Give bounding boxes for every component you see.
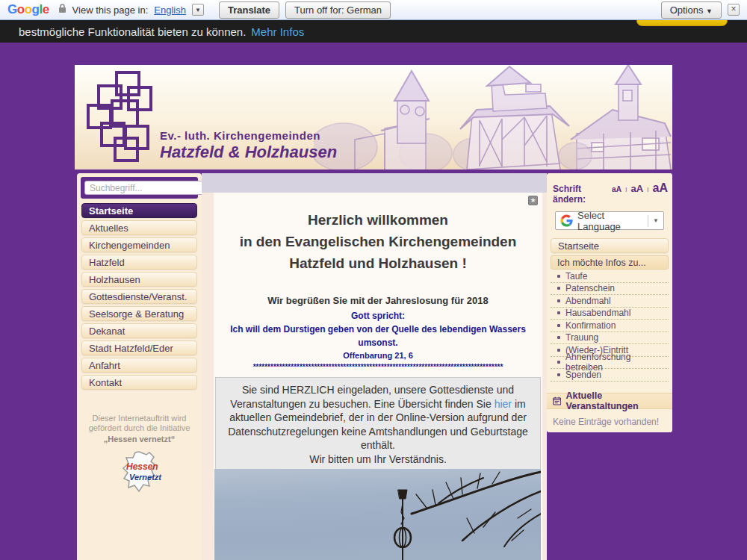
font-size-medium[interactable]: aA: [630, 183, 643, 194]
nav-item-aktuelles[interactable]: Aktuelles: [81, 220, 197, 235]
content-area: ★ Herzlich willkommen in den Evangelisch…: [202, 193, 547, 560]
bullet-icon: [557, 349, 560, 352]
info-item-ahnenforschung[interactable]: Ahnenforschung betreiben: [551, 357, 669, 370]
info-item-konfirmation[interactable]: Konfirmation: [551, 320, 669, 332]
calendar-icon: [553, 396, 561, 405]
page-title: Herzlich willkommen in den Evangelischen…: [214, 209, 542, 274]
nav-item-anfahrt[interactable]: Anfahrt: [81, 358, 197, 373]
invitation-notice: Sie sind HERZLICH eingeladen, unsere Got…: [215, 377, 541, 472]
bullet-icon: [557, 299, 560, 302]
right-navigation: Startseite Ich möchte Infos zu... Taufe …: [547, 238, 672, 382]
language-dropdown-button[interactable]: ▼: [192, 4, 204, 16]
bookmark-star-icon[interactable]: ★: [528, 196, 538, 205]
nav-item-startseite[interactable]: Startseite: [81, 203, 197, 218]
content-card: ★ Herzlich willkommen in den Evangelisch…: [214, 193, 542, 560]
site-title: Ev.- luth. Kirchengemeinden Hatzfeld & H…: [160, 129, 337, 162]
intro-line: Wir begrüßen Sie mit der Jahreslosung fü…: [214, 295, 542, 306]
select-language-dropdown[interactable]: Select Language ▼: [555, 211, 664, 230]
nav-item-holzhausen[interactable]: Holzhausen: [81, 272, 197, 287]
translate-button[interactable]: Translate: [219, 1, 279, 19]
parish-cross-logo: [87, 71, 169, 162]
bullet-icon: [557, 311, 560, 314]
hier-link[interactable]: hier: [495, 398, 512, 410]
verse-reference: Offenbarung 21, 6: [214, 351, 542, 360]
sponsor-note: Dieser Internetauftritt wird gefördert d…: [77, 414, 202, 496]
nav-item-seelsorge[interactable]: Seelsorge & Beratung: [81, 306, 197, 321]
bullet-icon: [557, 336, 560, 339]
branches-illustration: [214, 469, 541, 560]
infos-header[interactable]: Ich möchte Infos zu...: [551, 255, 669, 270]
hessen-vernetzt-logo[interactable]: Hessen Vernetzt: [117, 450, 163, 494]
font-size-large[interactable]: aA: [653, 181, 668, 195]
site-title-line2: Hatzfeld & Holzhausen: [160, 143, 337, 162]
churches-illustration: [314, 65, 672, 169]
options-button[interactable]: Options ▼: [661, 1, 722, 19]
nav-item-dekanat[interactable]: Dekanat: [81, 323, 197, 338]
view-page-label: View this page in:: [72, 4, 149, 16]
google-g-icon: [560, 214, 573, 227]
nav-item-kirchengemeinden[interactable]: Kirchengemeinden: [81, 237, 197, 252]
left-sidebar: Startseite Aktuelles Kirchengemeinden Ha…: [77, 173, 202, 560]
font-size-switcher: Schrift ändern: aA I aA I aA: [547, 173, 672, 205]
chevron-down-icon: ▼: [706, 7, 713, 15]
right-nav-startseite[interactable]: Startseite: [551, 238, 669, 253]
cookie-notice-text: bestmögliche Funktionalität bieten zu kö…: [19, 25, 246, 38]
content-top-strip: [202, 173, 547, 193]
site-header: Ev.- luth. Kirchengemeinden Hatzfeld & H…: [75, 65, 672, 169]
stars-divider: ****************************************…: [214, 363, 542, 371]
font-size-small[interactable]: aA: [612, 185, 622, 193]
right-sidebar: Schrift ändern: aA I aA I aA Select Lang…: [547, 173, 672, 432]
info-item-taufe[interactable]: Taufe: [551, 270, 669, 283]
verse-text: Gott spricht: Ich will dem Durstigen geb…: [214, 309, 542, 349]
cookie-more-info-link[interactable]: Mehr Infos: [251, 25, 304, 38]
bullet-icon: [557, 324, 560, 327]
events-header: Aktuelle Veranstaltungen: [547, 393, 672, 409]
bullet-icon: [557, 373, 560, 376]
chevron-down-icon: ▼: [653, 217, 659, 224]
nav-item-gottesdienste[interactable]: Gottesdienste/Veranst.: [81, 289, 197, 304]
close-translate-bar-icon[interactable]: ×: [728, 4, 740, 16]
site-title-line1: Ev.- luth. Kirchengemeinden: [160, 129, 337, 142]
sky-photo: [214, 469, 541, 560]
events-empty-text: Keine Einträge vorhanden!: [553, 417, 666, 427]
lock-icon: [58, 3, 66, 16]
hessen-logo-word2: Vernetzt: [129, 473, 162, 482]
info-item-abendmahl[interactable]: Abendmahl: [551, 295, 669, 308]
bullet-icon: [557, 275, 560, 278]
nav-item-stadt-hatzfeld[interactable]: Stadt Hatzfeld/Eder: [81, 340, 197, 355]
language-link[interactable]: English: [154, 4, 186, 16]
cookie-notice-bar: bestmögliche Funktionalität bieten zu kö…: [0, 20, 747, 43]
turn-off-button[interactable]: Turn off for: German: [285, 1, 391, 19]
google-logo: Google: [7, 2, 49, 17]
bullet-icon: [557, 361, 560, 364]
hessen-logo-word1: Hessen: [126, 461, 158, 472]
info-item-trauung[interactable]: Trauung: [551, 332, 669, 345]
nav-item-hatzfeld[interactable]: Hatzfeld: [81, 255, 197, 270]
nav-item-kontakt[interactable]: Kontakt: [81, 375, 197, 390]
page: Google View this page in: English ▼ Tran…: [0, 0, 747, 560]
info-item-hausabendmahl[interactable]: Hausabendmahl: [551, 308, 669, 320]
search-bar: [81, 177, 198, 199]
search-input[interactable]: [84, 181, 211, 195]
bullet-icon: [557, 287, 560, 290]
google-translate-bar: Google View this page in: English ▼ Tran…: [0, 0, 747, 20]
info-item-patenschein[interactable]: Patenschein: [551, 283, 669, 296]
main-navigation: Startseite Aktuelles Kirchengemeinden Ha…: [77, 203, 202, 392]
